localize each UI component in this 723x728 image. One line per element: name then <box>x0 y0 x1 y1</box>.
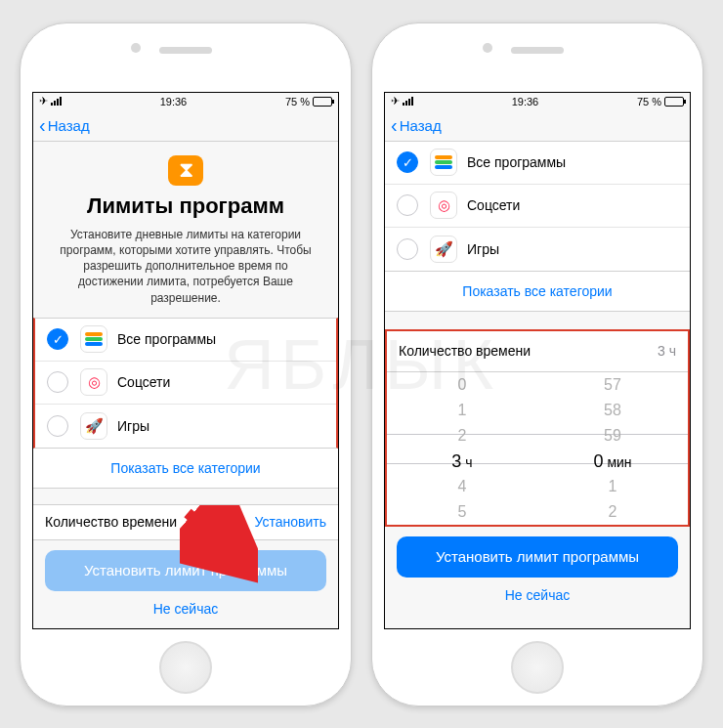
social-icon: ◎ <box>80 368 107 396</box>
airplane-icon: ✈ <box>391 95 400 107</box>
time-label: Количество времени <box>399 343 531 359</box>
airplane-icon: ✈ <box>39 95 48 107</box>
category-row-social[interactable]: ◎ Соцсети <box>385 185 690 228</box>
back-button[interactable]: ‹ Назад <box>391 115 442 135</box>
page-title: Лимиты программ <box>33 193 338 219</box>
phone-right: ✈ 19:36 75 % ‹ Назад ✓ Вс <box>371 22 703 707</box>
category-row-all[interactable]: ✓ Все программы <box>35 319 336 362</box>
show-all-link[interactable]: Показать все категории <box>385 272 690 312</box>
status-bar: ✈ 19:36 75 % <box>33 93 338 110</box>
category-list: ✓ Все программы ◎ Соцсети 🚀 Игры <box>385 142 690 272</box>
bottom-actions: Установить лимит программы Не сейчас <box>33 540 338 628</box>
content-area: ✓ Все программы ◎ Соцсети 🚀 Игры П <box>385 142 690 628</box>
category-list: ✓ Все программы ◎ Соцсети 🚀 Игры <box>33 318 338 449</box>
home-button[interactable] <box>159 641 212 694</box>
category-label: Все программы <box>117 331 216 347</box>
battery-icon <box>313 97 332 107</box>
back-button[interactable]: ‹ Назад <box>39 115 90 135</box>
radio-checked-icon: ✓ <box>47 328 68 350</box>
bottom-actions: Установить лимит программы Не сейчас <box>385 527 690 615</box>
status-bar: ✈ 19:36 75 % <box>385 93 690 110</box>
battery-percent: 75 % <box>285 96 310 107</box>
time-picker[interactable]: 0 1 2 3ч 4 5 57 58 59 0мин 1 2 <box>387 372 688 525</box>
show-all-link[interactable]: Показать все категории <box>33 449 338 489</box>
content-area: ⧗ Лимиты программ Установите дневные лим… <box>33 142 338 628</box>
status-time: 19:36 <box>160 96 188 107</box>
radio-unchecked-icon <box>397 194 418 216</box>
not-now-link[interactable]: Не сейчас <box>153 597 218 621</box>
radio-unchecked-icon <box>397 238 418 260</box>
wifi-icon <box>403 97 413 106</box>
nav-bar: ‹ Назад <box>385 110 690 142</box>
chevron-left-icon: ‹ <box>391 115 398 135</box>
category-label: Все программы <box>467 154 566 170</box>
back-label: Назад <box>400 117 442 134</box>
radio-unchecked-icon <box>47 371 68 393</box>
all-apps-icon <box>430 149 457 176</box>
games-icon: 🚀 <box>430 236 457 263</box>
picker-hours[interactable]: 0 1 2 3ч 4 5 <box>387 372 537 525</box>
battery-percent: 75 % <box>637 96 661 107</box>
set-time-link[interactable]: Установить <box>255 514 326 530</box>
hourglass-icon: ⧗ <box>168 155 203 186</box>
time-value: 3 ч <box>658 343 676 359</box>
category-row-all[interactable]: ✓ Все программы <box>385 142 690 185</box>
category-row-games[interactable]: 🚀 Игры <box>35 405 336 448</box>
chevron-left-icon: ‹ <box>39 115 46 135</box>
nav-bar: ‹ Назад <box>33 110 338 142</box>
radio-unchecked-icon <box>47 415 68 437</box>
games-icon: 🚀 <box>80 412 107 440</box>
status-time: 19:36 <box>512 96 539 107</box>
not-now-link[interactable]: Не сейчас <box>505 583 570 607</box>
category-label: Игры <box>117 418 149 434</box>
category-row-games[interactable]: 🚀 Игры <box>385 228 690 271</box>
category-label: Соцсети <box>117 374 170 390</box>
radio-checked-icon: ✓ <box>397 151 418 173</box>
time-amount-row[interactable]: Количество времени 3 ч <box>387 331 688 372</box>
time-amount-row[interactable]: Количество времени Установить <box>33 504 338 540</box>
wifi-icon <box>51 97 62 106</box>
time-picker-highlight: Количество времени 3 ч 0 1 2 3ч 4 5 <box>385 329 690 527</box>
home-button[interactable] <box>511 641 564 694</box>
social-icon: ◎ <box>430 192 457 219</box>
battery-icon <box>664 97 684 107</box>
screen-left: ✈ 19:36 75 % ‹ Назад ⧗ Лимиты программ У… <box>32 92 339 629</box>
phone-left: ✈ 19:36 75 % ‹ Назад ⧗ Лимиты программ У… <box>20 22 352 707</box>
back-label: Назад <box>48 117 90 134</box>
set-limit-button[interactable]: Установить лимит программы <box>45 550 326 591</box>
page-description: Установите дневные лимиты на категории п… <box>33 227 338 306</box>
time-label: Количество времени <box>45 514 177 530</box>
all-apps-icon <box>80 325 107 353</box>
category-row-social[interactable]: ◎ Соцсети <box>35 362 336 405</box>
screen-right: ✈ 19:36 75 % ‹ Назад ✓ Вс <box>384 92 691 629</box>
category-label: Игры <box>467 241 499 257</box>
set-limit-button[interactable]: Установить лимит программы <box>397 536 678 578</box>
picker-minutes[interactable]: 57 58 59 0мин 1 2 <box>537 372 688 525</box>
category-label: Соцсети <box>467 197 520 213</box>
